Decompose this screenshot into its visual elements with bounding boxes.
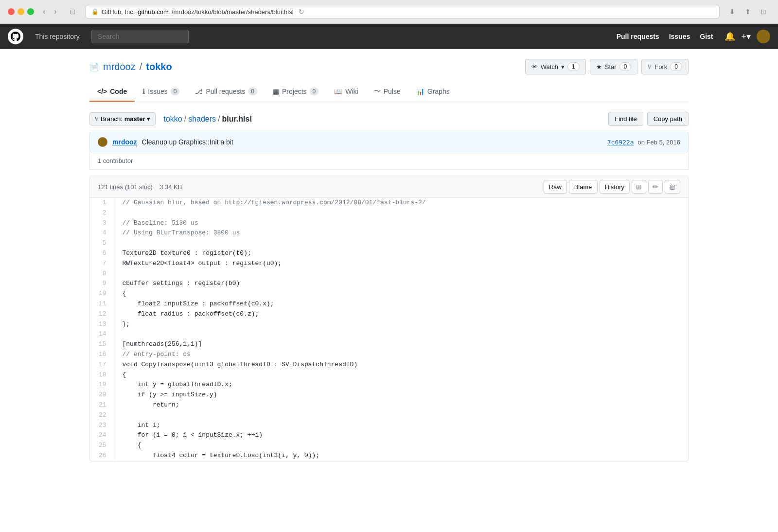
breadcrumb-repo[interactable]: tokko	[163, 115, 182, 124]
dot-minimize[interactable]	[18, 8, 24, 15]
tab-wiki[interactable]: 📖 Wiki	[326, 82, 366, 102]
tab-graphs[interactable]: 📊 Graphs	[408, 82, 458, 102]
branch-selector[interactable]: ⑂ Branch: master ▾	[89, 112, 156, 125]
line-number[interactable]: 8	[90, 269, 114, 279]
watch-button[interactable]: 👁 Watch ▾ 1	[525, 59, 586, 74]
line-code	[114, 269, 688, 279]
line-code: Texture2D texture0 : register(t0);	[114, 248, 688, 259]
tabs-button[interactable]: ⊡	[757, 7, 770, 17]
line-number[interactable]: 7	[90, 259, 114, 269]
table-row: 9cbuffer settings : register(b0)	[90, 279, 688, 289]
forward-button[interactable]: ›	[51, 6, 59, 17]
tab-pulse[interactable]: 〜 Pulse	[366, 82, 408, 102]
table-row: 12 float radius : packoffset(c0.z);	[90, 309, 688, 319]
tab-projects[interactable]: ▦ Projects 0	[265, 82, 326, 102]
delete-button[interactable]: 🗑	[665, 180, 680, 194]
reader-button[interactable]: ⊟	[66, 7, 79, 17]
line-number[interactable]: 9	[90, 279, 114, 289]
line-number[interactable]: 4	[90, 228, 114, 238]
line-code: RWTexture2D<float4> output : register(u0…	[114, 259, 688, 269]
page-content: 📄 mrdooz / tokko 👁 Watch ▾ 1 ★ Star 0	[78, 49, 700, 471]
line-number[interactable]: 23	[90, 421, 114, 431]
edit-button[interactable]: ✏	[648, 180, 663, 194]
star-button[interactable]: ★ Star 0	[590, 59, 638, 74]
back-button[interactable]: ‹	[40, 6, 48, 17]
dot-close[interactable]	[8, 8, 15, 15]
header-actions: 🔔 +▾	[725, 30, 770, 43]
line-number[interactable]: 24	[90, 430, 114, 441]
contributor-bar: 1 contributor	[89, 152, 689, 170]
dot-maximize[interactable]	[27, 8, 34, 15]
table-row: 16// entry-point: cs	[90, 350, 688, 360]
refresh-button[interactable]: ↻	[299, 8, 304, 16]
breadcrumb-dir[interactable]: shaders	[188, 115, 216, 124]
line-number[interactable]: 16	[90, 350, 114, 360]
download-button[interactable]: ⬇	[725, 7, 739, 17]
table-row: 1// Gaussian blur, based on http://fgies…	[90, 198, 688, 208]
line-number[interactable]: 6	[90, 248, 114, 259]
repo-name-link[interactable]: tokko	[146, 61, 172, 72]
user-avatar[interactable]	[757, 30, 770, 43]
line-number[interactable]: 19	[90, 380, 114, 390]
line-code: float4 color = texture0.Load(int3(i, y, …	[114, 451, 688, 461]
nav-issues[interactable]: Issues	[669, 33, 690, 40]
line-number[interactable]: 17	[90, 360, 114, 370]
address-bar[interactable]: 🔒 GitHub, Inc. github.com /mrdooz/tokko/…	[85, 5, 720, 18]
share-button[interactable]: ⬆	[741, 7, 755, 17]
address-url-domain: github.com	[138, 8, 169, 16]
display-toggle[interactable]: ⊞	[632, 180, 646, 194]
line-number[interactable]: 14	[90, 329, 114, 339]
code-table: 1// Gaussian blur, based on http://fgies…	[90, 198, 688, 461]
tab-issues[interactable]: ℹ Issues 0	[135, 82, 187, 102]
line-number[interactable]: 18	[90, 370, 114, 380]
line-code: float2 inputSize : packoffset(c0.x);	[114, 299, 688, 309]
line-code: {	[114, 289, 688, 299]
fork-button[interactable]: ⑂ Fork 0	[641, 59, 689, 74]
line-number[interactable]: 10	[90, 289, 114, 299]
line-number[interactable]: 22	[90, 410, 114, 421]
blame-button[interactable]: Blame	[569, 180, 598, 194]
table-row: 24 for (i = 0; i < inputSize.x; ++i)	[90, 430, 688, 441]
raw-button[interactable]: Raw	[544, 180, 567, 194]
find-file-button[interactable]: Find file	[608, 112, 643, 126]
commit-sha[interactable]: 7c6922a	[607, 139, 634, 146]
line-number[interactable]: 20	[90, 390, 114, 400]
line-number[interactable]: 11	[90, 299, 114, 309]
tab-code[interactable]: </> Code	[89, 82, 135, 102]
line-number[interactable]: 15	[90, 339, 114, 350]
table-row: 7RWTexture2D<float4> output : register(u…	[90, 259, 688, 269]
projects-badge: 0	[310, 88, 319, 95]
copy-path-button[interactable]: Copy path	[647, 112, 689, 126]
notifications-icon[interactable]: 🔔	[725, 31, 735, 42]
search-input[interactable]	[91, 30, 189, 43]
history-button[interactable]: History	[600, 180, 630, 194]
line-number[interactable]: 25	[90, 441, 114, 451]
line-number[interactable]: 5	[90, 238, 114, 248]
nav-gist[interactable]: Gist	[700, 33, 713, 40]
commit-avatar	[98, 137, 107, 147]
address-url-path: /mrdooz/tokko/blob/master/shaders/blur.h…	[172, 8, 294, 16]
plus-menu[interactable]: +▾	[741, 31, 751, 42]
line-number[interactable]: 13	[90, 319, 114, 330]
line-number[interactable]: 12	[90, 309, 114, 319]
browser-actions: ⬇ ⬆ ⊡	[725, 7, 770, 17]
line-number[interactable]: 26	[90, 451, 114, 461]
line-code: // Gaussian blur, based on http://fgiese…	[114, 198, 688, 208]
contributor-count: 1 contributor	[98, 157, 133, 164]
commit-author[interactable]: mrdooz	[112, 138, 137, 146]
chevron-down-icon: ▾	[147, 115, 150, 123]
github-logo[interactable]	[8, 29, 23, 44]
file-path-actions: Find file Copy path	[608, 112, 689, 126]
tab-pull-requests[interactable]: ⎇ Pull requests 0	[187, 82, 265, 102]
line-number[interactable]: 3	[90, 218, 114, 229]
line-code: cbuffer settings : register(b0)	[114, 279, 688, 289]
line-number[interactable]: 2	[90, 208, 114, 218]
repo-owner-link[interactable]: mrdooz	[103, 61, 136, 72]
address-url-prefix: GitHub, Inc.	[102, 8, 135, 16]
line-number[interactable]: 1	[90, 198, 114, 208]
table-row: 20 if (y >= inputSize.y)	[90, 390, 688, 400]
fork-count: 0	[670, 62, 682, 71]
line-number[interactable]: 21	[90, 400, 114, 410]
nav-pull-requests[interactable]: Pull requests	[617, 33, 659, 40]
table-row: 13};	[90, 319, 688, 330]
